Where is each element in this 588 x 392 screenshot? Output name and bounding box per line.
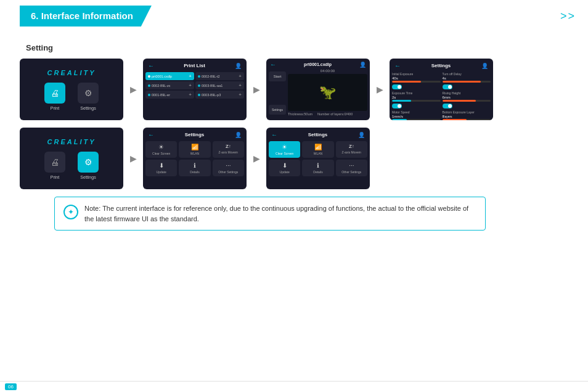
user-icon-4: 👤 xyxy=(235,132,242,138)
file-item-5[interactable]: 0001-89L-er + xyxy=(145,91,194,99)
arrow-2-1-2: ▶ xyxy=(123,153,143,163)
arrow-2-3: ▶ xyxy=(247,84,266,94)
section-label: Setting xyxy=(26,43,588,52)
note-icon: ✦ xyxy=(63,205,78,219)
preview-info: Thickness:50um Number of layers:0/400 xyxy=(288,112,367,116)
home-icon-print-2: 🖨 Print xyxy=(44,152,65,179)
home-icon-print-1: 🖨 Print xyxy=(44,83,65,110)
back-btn-4[interactable]: ← xyxy=(148,131,154,138)
screen-print-list: ← Print List 👤 prt0001.cxdlp + 0002-89L-… xyxy=(143,59,247,120)
bottom-bar: 06 xyxy=(0,381,588,392)
header-section: 6. xyxy=(31,10,41,21)
start-btn[interactable]: Start xyxy=(269,71,286,81)
setting-turnoff-delay: Turn off Delay 4s xyxy=(443,72,491,89)
file-item-6[interactable]: 0003-89L-p3 + xyxy=(195,91,244,99)
file-item-4[interactable]: 0003-89L-aa1 + xyxy=(195,81,244,89)
page-number: 06 xyxy=(5,383,17,390)
screen-settings-menu: ← Settings 👤 ☀ Clear Screen 📶 WLAN Z↑ Z-… xyxy=(143,128,247,189)
setting-motor-speed: Motor Speed 1mm/s xyxy=(392,110,441,120)
setting-bottom-exposure: Bottom Exposure Layer 8layers xyxy=(443,110,491,120)
smi-other-2[interactable]: ··· Other Settings xyxy=(336,160,367,176)
smi-clear-screen-sel[interactable]: ☀ Clear Screen xyxy=(269,141,300,158)
creality-logo-2: CREALITY xyxy=(47,138,96,145)
back-btn-1[interactable]: ← xyxy=(148,62,154,69)
print-icon-box-1: 🖨 xyxy=(44,83,65,104)
arrow-3-4: ▶ xyxy=(370,84,390,94)
user-icon-5: 👤 xyxy=(358,132,365,138)
home-icon-settings-2: ⚙ Settings xyxy=(78,152,99,179)
creality-logo-1: CREALITY xyxy=(47,69,96,76)
screen-settings-menu-selected: ← Settings 👤 ☀ Clear Screen 📶 WLAN Z↑ Z-… xyxy=(266,128,370,189)
user-icon-3: 👤 xyxy=(481,63,488,69)
screen-settings-detail: ← Settings 👤 Initial Exposure 40s Turn o… xyxy=(390,59,493,120)
note-box: ✦ Note: The current interface is for ref… xyxy=(54,197,486,231)
model-preview: 🦖 xyxy=(288,74,367,111)
settings-icon-box-2: ⚙ xyxy=(78,152,99,173)
settings-menu-grid-selected: ☀ Clear Screen 📶 WLAN Z↑ Z-axis Movem ⬇ … xyxy=(269,141,367,176)
arrow-1-2: ▶ xyxy=(123,84,143,94)
smi-wlan-2[interactable]: 📶 WLAN xyxy=(302,141,333,158)
header-dots: >> xyxy=(560,10,576,23)
smi-zaxis[interactable]: Z↑ Z-axis Movem xyxy=(213,141,244,158)
arrow-2-2-3: ▶ xyxy=(247,153,266,163)
screen-preview: ← prt0001.cxdlp 👤 Start Settings 04:00:0… xyxy=(266,59,370,120)
settings-menu-grid: ☀ Clear Screen 📶 WLAN Z↑ Z-axis Movem ⬇ … xyxy=(145,141,244,176)
user-icon-2: 👤 xyxy=(359,62,366,68)
back-btn-5[interactable]: ← xyxy=(271,131,277,138)
smi-details-2[interactable]: ℹ Details xyxy=(302,160,333,176)
settings-icon-box-1: ⚙ xyxy=(78,83,99,104)
file-list: prt0001.cxdlp + 0002-89L-t2 + 0002-89L-z… xyxy=(145,72,244,99)
smi-zaxis-2[interactable]: Z↑ Z-axis Movem xyxy=(336,141,367,158)
user-icon-1: 👤 xyxy=(235,63,242,69)
print-icon-box-2: 🖨 xyxy=(44,152,65,173)
back-btn-2[interactable]: ← xyxy=(270,61,276,68)
header-title: Interface Information xyxy=(41,10,133,21)
setting-exposure-time: Exposure Time 2s xyxy=(392,91,441,108)
header: 6. Interface Information >> xyxy=(0,0,588,32)
screen-home-2: CREALITY 🖨 Print ⚙ Settings xyxy=(20,128,123,189)
screens-row-2: CREALITY 🖨 Print ⚙ Settings ▶ ← Settings… xyxy=(20,128,588,189)
smi-update-2[interactable]: ⬇ Update xyxy=(269,160,300,176)
smi-details[interactable]: ℹ Details xyxy=(179,160,210,176)
smi-clear-screen[interactable]: ☀ Clear Screen xyxy=(145,141,177,158)
header-title-box: 6. Interface Information xyxy=(20,6,152,27)
screens-row-1: CREALITY 🖨 Print ⚙ Settings ▶ ← Print Li… xyxy=(20,59,588,120)
smi-other[interactable]: ··· Other Settings xyxy=(213,160,244,176)
file-item-2[interactable]: 0002-89L-t2 + xyxy=(195,72,244,80)
note-text: Note: The current interface is for refer… xyxy=(84,203,476,224)
home-icon-settings-1: ⚙ Settings xyxy=(78,83,99,110)
setting-rising-height: Rising Height 6mm xyxy=(443,91,491,108)
settings-ctrl-btn[interactable]: Settings xyxy=(269,105,286,115)
file-item-1[interactable]: prt0001.cxdlp + xyxy=(145,72,194,80)
screen-home-1: CREALITY 🖨 Print ⚙ Settings xyxy=(20,59,123,120)
file-item-3[interactable]: 0002-89L-zc + xyxy=(145,81,194,89)
setting-initial-exposure: Initial Exposure 40s xyxy=(392,72,441,89)
smi-update[interactable]: ⬇ Update xyxy=(145,160,177,176)
back-btn-3[interactable]: ← xyxy=(394,62,401,69)
smi-wlan[interactable]: 📶 WLAN xyxy=(179,141,210,158)
